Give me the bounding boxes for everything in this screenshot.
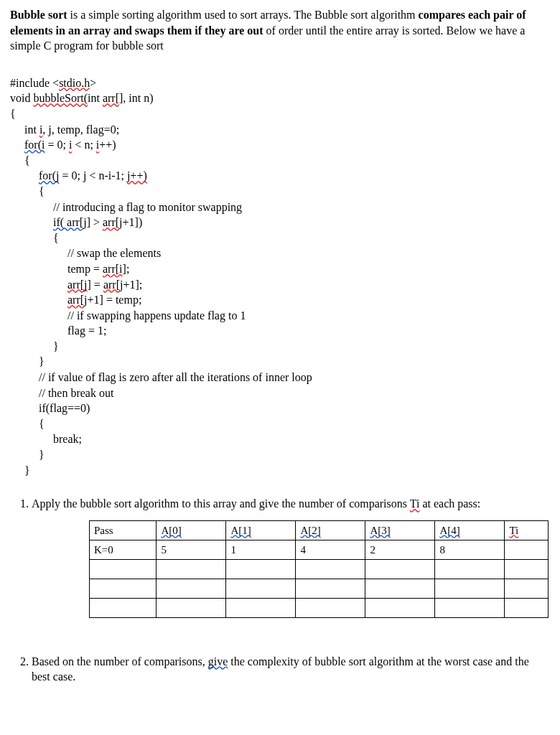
cell-a2: 4 — [296, 540, 365, 559]
cell-empty — [90, 579, 157, 598]
cell-empty — [365, 559, 435, 579]
cell-a1: 1 — [226, 540, 296, 559]
table-row: K=0 5 1 4 2 8 — [90, 540, 549, 559]
squiggle-stdio: stdio.h — [59, 77, 90, 89]
code-line: if( arr[j] > arr[j+1]) — [10, 215, 550, 230]
code-line: // then break out — [10, 385, 550, 401]
code-line: } — [10, 447, 550, 463]
cell-empty — [296, 598, 365, 617]
code-line: void bubbleSort(int arr[], int n) — [10, 90, 550, 106]
cell-ti — [505, 540, 549, 559]
question-2: Based on the number of comparisons, give… — [32, 654, 550, 685]
header-a2: A[2] — [296, 520, 365, 540]
code-line: // introducing a flag to monitor swappin… — [10, 200, 550, 215]
table-row — [90, 598, 549, 617]
code-line: { — [10, 230, 550, 246]
intro-paragraph: Bubble sort is a simple sorting algorith… — [10, 7, 550, 54]
cell-empty — [505, 598, 549, 617]
cell-pass: K=0 — [90, 540, 157, 559]
cell-a0: 5 — [157, 540, 226, 559]
header-pass: Pass — [90, 520, 157, 540]
code-line: { — [10, 416, 550, 432]
cell-empty — [435, 559, 505, 579]
table-row: Pass A[0] A[1] A[2] A[3] A[4] Ti — [90, 520, 549, 540]
cell-empty — [90, 559, 157, 579]
header-ti: Ti — [505, 520, 549, 540]
squiggle-give: give — [208, 655, 228, 668]
cell-empty — [505, 579, 549, 598]
cell-empty — [157, 579, 226, 598]
q1-text-c: at each pass: — [419, 497, 480, 510]
table-row — [90, 559, 549, 579]
cell-empty — [157, 559, 226, 579]
code-line: break; — [10, 431, 550, 447]
code-line: arr[j] = arr[j+1]; — [10, 277, 550, 293]
code-line: { — [10, 153, 550, 169]
cell-empty — [505, 559, 549, 579]
term-bubble-sort: Bubble sort — [10, 9, 67, 21]
header-a4: A[4] — [435, 520, 505, 540]
cell-a3: 2 — [365, 540, 435, 559]
code-line: int i, j, temp, flag=0; — [10, 122, 550, 138]
code-line: } — [10, 354, 550, 370]
question-1: Apply the bubble sort algorithm to this … — [32, 496, 550, 618]
code-line: { — [10, 106, 550, 122]
squiggle-ti: Ti — [410, 497, 420, 510]
cell-empty — [226, 579, 296, 598]
code-line: arr[j+1] = temp; — [10, 292, 550, 308]
q1-text-a: Apply the bubble sort algorithm to this … — [32, 497, 410, 510]
cell-a4: 8 — [435, 540, 505, 559]
squiggle-bubblesort: bubbleSort( — [33, 92, 88, 104]
cell-empty — [226, 559, 296, 579]
cell-empty — [435, 598, 505, 617]
q2-text-a: Based on the number of comparisons, — [32, 655, 208, 668]
cell-empty — [90, 598, 157, 617]
cell-empty — [296, 579, 365, 598]
code-line: // swap the elements — [10, 245, 550, 261]
code-line: { — [10, 184, 550, 200]
cell-empty — [365, 579, 435, 598]
code-line: } — [10, 463, 550, 479]
code-line: // if swapping happens update flag to 1 — [10, 308, 550, 324]
code-block: #include <stdio.h> void bubbleSort(int a… — [10, 75, 550, 478]
intro-text-1: is a simple sorting algorithm used to so… — [67, 9, 419, 21]
code-line: temp = arr[i]; — [10, 261, 550, 277]
header-a3: A[3] — [365, 520, 435, 540]
cell-empty — [435, 579, 505, 598]
cell-empty — [157, 598, 226, 617]
pass-table: Pass A[0] A[1] A[2] A[3] A[4] Ti K=0 5 1… — [89, 520, 549, 618]
code-line: // if value of flag is zero after all th… — [10, 370, 550, 385]
cell-empty — [226, 598, 296, 617]
code-line: #include <stdio.h> — [10, 75, 550, 91]
code-line: if(flag==0) — [10, 401, 550, 416]
question-list: Apply the bubble sort algorithm to this … — [10, 496, 550, 685]
cell-empty — [296, 559, 365, 579]
code-line: flag = 1; — [10, 323, 550, 339]
header-a0: A[0] — [157, 520, 226, 540]
table-row — [90, 579, 549, 598]
code-line: for(i = 0; i < n; i++) — [10, 137, 550, 153]
cell-empty — [365, 598, 435, 617]
code-line: } — [10, 339, 550, 355]
code-line: for(j = 0; j < n-i-1; j++) — [10, 168, 550, 184]
header-a1: A[1] — [226, 520, 296, 540]
